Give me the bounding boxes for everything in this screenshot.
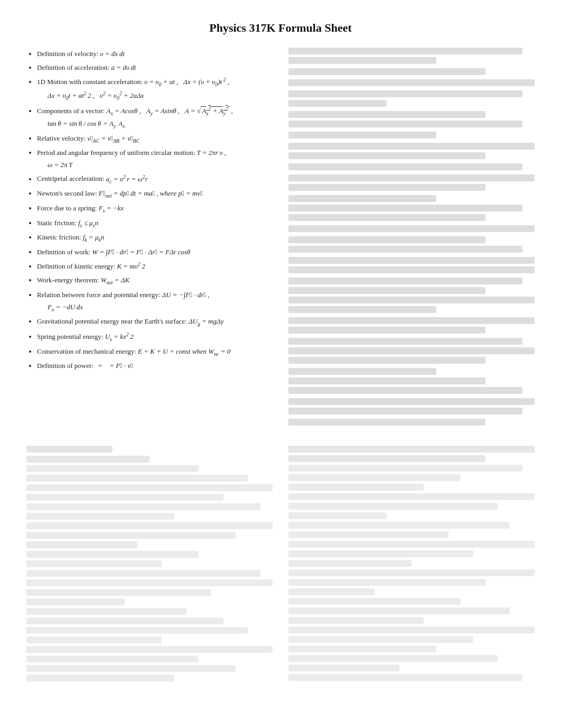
list-item: Relative velocity: v⃗AC = v⃗AB + v⃗BC: [37, 132, 273, 146]
formula-label: Components of a vector:: [37, 107, 106, 115]
formula-label: Gravitational potential energy near the …: [37, 317, 189, 325]
formula-label: Conservation of mechanical energy:: [37, 347, 138, 355]
bottom-left: [26, 440, 273, 684]
formula-math: Ax = Acosθ , Ay = Asinθ , A = √ Ax2 + Ay…: [106, 107, 232, 115]
list-item: Definition of velocity: υ = dx dt: [37, 48, 273, 60]
formula-label: Relative velocity:: [37, 134, 87, 142]
list-item: Static friction: fs ≤ μsn: [37, 217, 273, 231]
formula-label: Newton's second law:: [37, 189, 99, 197]
bottom-section: [26, 440, 535, 684]
list-item: Definition of kinetic energy: K = mυ2 2: [37, 260, 273, 273]
formula-math: a = dυ dt: [111, 63, 136, 71]
list-item: Kinetic friction: fk = μkn: [37, 231, 273, 245]
formula-sub: Δx = υ0t + at2 2 , υ2 = υ02 + 2aΔx: [48, 89, 273, 103]
list-item: Force due to a spring: Fs = −kx: [37, 202, 273, 216]
formula-math: ΔUg = mgΔy: [189, 317, 224, 325]
formula-math: v⃗AC = v⃗AB + v⃗BC: [87, 134, 139, 142]
list-item: Centripetal acceleration: ac = υ2 r = ω2…: [37, 172, 273, 186]
formula-math: K = mυ2 2: [117, 262, 145, 270]
left-column: Definition of velocity: υ = dx dt Defini…: [26, 48, 273, 430]
formula-math: Wnet = ΔK: [101, 276, 129, 284]
formula-label: Definition of acceleration:: [37, 63, 111, 71]
formula-label: Period and angular frequency of uniform …: [37, 149, 197, 156]
list-item: Conservation of mechanical energy: E = K…: [37, 345, 273, 359]
formula-label: 1D Motion with constant acceleration:: [37, 78, 144, 86]
formula-math: ΔU = −∫F⃗ · dr⃗ ,: [162, 291, 210, 299]
list-item: Relation between force and potential ene…: [37, 289, 273, 314]
formula-sub: ω = 2π T: [48, 159, 273, 171]
formula-math: υ = υ0 + at , Δx = (υ + υ0)t 2 ,: [144, 78, 229, 86]
formula-list: Definition of velocity: υ = dx dt Defini…: [26, 48, 273, 372]
formula-math: F⃗net = dp⃗ dt = ma⃗ , where p⃗ = mv⃗: [99, 189, 203, 197]
list-item: Spring potential energy: Us = kx2 2: [37, 330, 273, 344]
list-item: Components of a vector: Ax = Acosθ , Ay …: [37, 104, 273, 131]
formula-label: Definition of kinetic energy:: [37, 262, 117, 270]
list-item: Newton's second law: F⃗net = dp⃗ dt = ma…: [37, 187, 273, 201]
list-item: Gravitational potential energy near the …: [37, 315, 273, 329]
formula-math: T = 2πr υ ,: [197, 149, 226, 156]
list-item: Period and angular frequency of uniform …: [37, 146, 273, 171]
formula-sub: Fx = −dU dx: [48, 301, 273, 314]
formula-math: Us = kx2 2: [105, 333, 134, 340]
formula-math: E = K + U = const when Wnc = 0: [138, 347, 230, 355]
formula-label: Spring potential energy:: [37, 333, 105, 340]
formula-label: Static friction:: [37, 219, 78, 227]
list-item: Definition of power: = = F⃗ · v⃗: [37, 360, 273, 372]
bottom-right: [288, 440, 535, 684]
page-title: Physics 317K Formula Sheet: [26, 21, 535, 35]
formula-math: W = ∫F⃗ · dr⃗ = F⃗ · Δr⃗ = FΔr cosθ: [92, 248, 190, 256]
formula-sub: tan θ = sin θ / cos θ = Ay Ax: [48, 118, 273, 131]
formula-label: Definition of velocity:: [37, 50, 100, 58]
formula-math: ac = υ2 r = ω2r: [106, 175, 148, 183]
formula-label: Kinetic friction:: [37, 233, 83, 241]
list-item: Definition of acceleration: a = dυ dt: [37, 61, 273, 74]
formula-math: fk = μkn: [83, 233, 105, 241]
formula-math: = = F⃗ · v⃗: [95, 362, 133, 370]
formula-label: Definition of work:: [37, 248, 92, 256]
formula-label: Force due to a spring:: [37, 204, 99, 212]
right-column: [288, 48, 535, 430]
formula-math: υ = dx dt: [100, 50, 125, 58]
formula-math: Fs = −kx: [99, 204, 124, 212]
formula-math: fs ≤ μsn: [78, 219, 98, 227]
list-item: 1D Motion with constant acceleration: υ …: [37, 75, 273, 103]
formula-label: Work-energy theorem:: [37, 276, 101, 284]
formula-label: Centripetal acceleration:: [37, 175, 106, 183]
formula-label: Definition of power:: [37, 362, 95, 370]
formula-label: Relation between force and potential ene…: [37, 291, 162, 299]
list-item: Definition of work: W = ∫F⃗ · dr⃗ = F⃗ ·…: [37, 246, 273, 259]
list-item: Work-energy theorem: Wnet = ΔK: [37, 274, 273, 288]
